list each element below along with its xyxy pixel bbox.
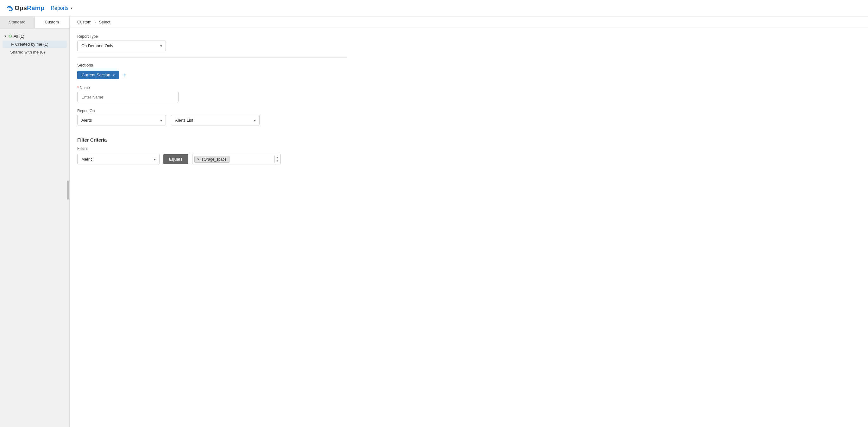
current-section-text: Current Section (82, 73, 110, 77)
reports-chevron: ▾ (70, 6, 72, 10)
filter-tag: × .st0rage_space (194, 156, 229, 163)
spinner-up-icon[interactable]: ▲ (276, 155, 279, 159)
name-group: * Name (77, 86, 347, 102)
tab-custom[interactable]: Custom (35, 17, 70, 28)
report-type-group: Report Type On Demand Only Scheduled Bot… (77, 34, 347, 51)
created-by-me-label: Created by me (1) (15, 42, 49, 47)
name-required-star: * (77, 86, 80, 90)
tree-icon: ⚙ (8, 34, 12, 39)
report-on-select-wrapper: Alerts Metrics Events Incidents ▼ (77, 115, 166, 125)
sections-group: Sections Current Section x + (77, 63, 347, 79)
report-on-label: Report On (77, 109, 347, 113)
current-section-remove-icon[interactable]: x (113, 73, 115, 77)
logo-icon (6, 5, 14, 11)
filter-tag-value: .st0rage_space (201, 157, 227, 162)
sections-row: Current Section x + (77, 70, 347, 79)
sidebar: Standard Custom ▼ ⚙ All (1) ▶ Created by… (0, 17, 70, 427)
report-on-sub-select-wrapper: Alerts List Alerts Summary ▼ (171, 115, 259, 125)
name-input[interactable] (77, 92, 179, 102)
sidebar-content: ▼ ⚙ All (1) ▶ Created by me (1) Shared w… (0, 29, 69, 60)
filters-label: Filters (77, 146, 347, 151)
logo-ops-text: Ops (14, 4, 27, 12)
filter-tag-x-icon[interactable]: × (197, 157, 199, 162)
content-area: Custom › Select Report Type On Demand On… (70, 17, 868, 427)
filter-row: Metric Source Alert Type Severity ▼ Equa… (77, 154, 347, 164)
sub-arrow-icon: ▶ (11, 42, 14, 46)
spinner-down-icon[interactable]: ▼ (276, 159, 279, 163)
sidebar-tabs: Standard Custom (0, 17, 69, 29)
report-on-sub-select[interactable]: Alerts List Alerts Summary (171, 115, 259, 125)
sidebar-item-shared-with-me[interactable]: Shared with me (0) (1, 49, 68, 56)
report-on-group: Report On Alerts Metrics Events Incident… (77, 109, 347, 125)
filter-criteria-group: Filter Criteria Filters Metric Source Al… (77, 137, 347, 164)
divider-1 (77, 57, 347, 58)
header: OpsRamp Reports ▾ (0, 0, 868, 17)
equals-button[interactable]: Equals (163, 154, 188, 164)
reports-menu[interactable]: Reports ▾ (51, 5, 72, 11)
logo: OpsRamp (5, 4, 44, 12)
sidebar-section-all: ▼ ⚙ All (1) ▶ Created by me (1) Shared w… (1, 31, 68, 57)
name-label-text: Name (80, 86, 90, 90)
sections-label: Sections (77, 63, 347, 67)
reports-label: Reports (51, 5, 68, 11)
app-container: OpsRamp Reports ▾ Standard Custom ▼ ⚙ Al… (0, 0, 868, 427)
filter-metric-select[interactable]: Metric Source Alert Type Severity (77, 154, 159, 164)
form-content: Report Type On Demand Only Scheduled Bot… (70, 28, 354, 177)
breadcrumb-custom[interactable]: Custom (77, 20, 92, 24)
report-type-select-wrapper: On Demand Only Scheduled Both ▼ (77, 40, 166, 51)
scrollbar[interactable] (67, 180, 69, 200)
filter-value-spinners: ▲ ▼ (275, 155, 279, 163)
breadcrumb-separator: › (94, 20, 96, 24)
add-section-button[interactable]: + (122, 72, 126, 78)
main-layout: Standard Custom ▼ ⚙ All (1) ▶ Created by… (0, 17, 868, 427)
filter-metric-select-wrapper: Metric Source Alert Type Severity ▼ (77, 154, 159, 164)
sidebar-all-row[interactable]: ▼ ⚙ All (1) (1, 32, 68, 40)
all-label: All (1) (13, 34, 24, 39)
divider-2 (77, 132, 347, 132)
logo-ramp-text: Ramp (27, 4, 44, 12)
report-type-label: Report Type (77, 34, 347, 39)
name-label: * Name (77, 86, 347, 90)
filter-criteria-title: Filter Criteria (77, 137, 347, 143)
arrow-down-icon: ▼ (4, 34, 7, 38)
current-section-tag: Current Section x (77, 70, 119, 79)
report-on-row: Alerts Metrics Events Incidents ▼ Alerts… (77, 115, 347, 125)
breadcrumb: Custom › Select (70, 17, 868, 28)
breadcrumb-current: Select (99, 20, 110, 24)
filter-value-box: × .st0rage_space ▲ ▼ (192, 154, 281, 164)
report-on-select[interactable]: Alerts Metrics Events Incidents (77, 115, 166, 125)
sidebar-item-created-by-me[interactable]: ▶ Created by me (1) (3, 40, 67, 48)
report-type-select[interactable]: On Demand Only Scheduled Both (77, 40, 166, 51)
tab-standard[interactable]: Standard (0, 17, 35, 28)
shared-with-me-label: Shared with me (0) (10, 50, 45, 55)
